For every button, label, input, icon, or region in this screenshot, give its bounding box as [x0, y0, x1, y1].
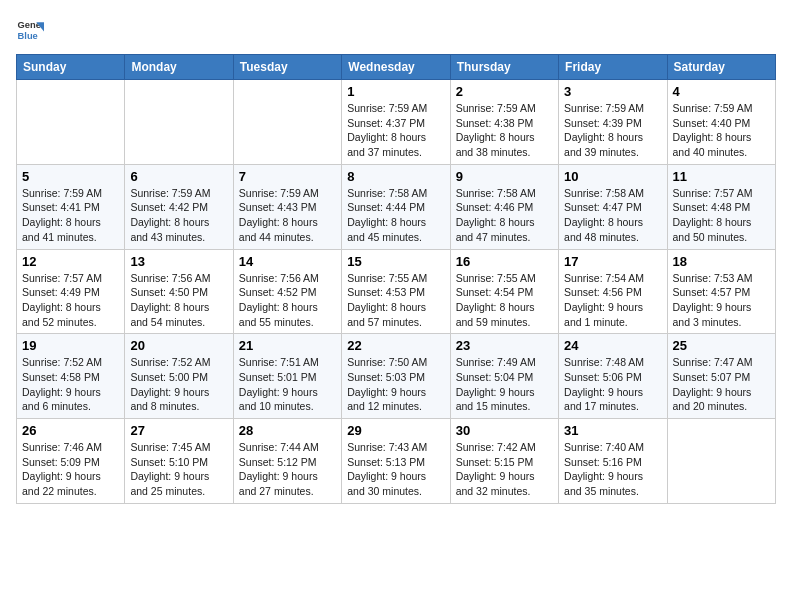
calendar-cell: 7Sunrise: 7:59 AMSunset: 4:43 PMDaylight… [233, 164, 341, 249]
date-number: 15 [347, 254, 444, 269]
weekday-header-sunday: Sunday [17, 55, 125, 80]
date-number: 17 [564, 254, 661, 269]
week-row-5: 26Sunrise: 7:46 AMSunset: 5:09 PMDayligh… [17, 419, 776, 504]
date-number: 14 [239, 254, 336, 269]
cell-content: Sunrise: 7:51 AMSunset: 5:01 PMDaylight:… [239, 355, 336, 414]
cell-content: Sunrise: 7:46 AMSunset: 5:09 PMDaylight:… [22, 440, 119, 499]
week-row-2: 5Sunrise: 7:59 AMSunset: 4:41 PMDaylight… [17, 164, 776, 249]
cell-content: Sunrise: 7:55 AMSunset: 4:53 PMDaylight:… [347, 271, 444, 330]
date-number: 22 [347, 338, 444, 353]
date-number: 12 [22, 254, 119, 269]
logo: General Blue [16, 16, 48, 44]
date-number: 25 [673, 338, 770, 353]
date-number: 27 [130, 423, 227, 438]
weekday-header-saturday: Saturday [667, 55, 775, 80]
date-number: 5 [22, 169, 119, 184]
calendar-cell: 15Sunrise: 7:55 AMSunset: 4:53 PMDayligh… [342, 249, 450, 334]
cell-content: Sunrise: 7:50 AMSunset: 5:03 PMDaylight:… [347, 355, 444, 414]
date-number: 1 [347, 84, 444, 99]
weekday-header-friday: Friday [559, 55, 667, 80]
date-number: 20 [130, 338, 227, 353]
calendar-cell: 13Sunrise: 7:56 AMSunset: 4:50 PMDayligh… [125, 249, 233, 334]
date-number: 28 [239, 423, 336, 438]
date-number: 31 [564, 423, 661, 438]
calendar-cell: 18Sunrise: 7:53 AMSunset: 4:57 PMDayligh… [667, 249, 775, 334]
cell-content: Sunrise: 7:44 AMSunset: 5:12 PMDaylight:… [239, 440, 336, 499]
cell-content: Sunrise: 7:59 AMSunset: 4:37 PMDaylight:… [347, 101, 444, 160]
calendar-table: SundayMondayTuesdayWednesdayThursdayFrid… [16, 54, 776, 504]
date-number: 3 [564, 84, 661, 99]
date-number: 9 [456, 169, 553, 184]
date-number: 26 [22, 423, 119, 438]
calendar-cell: 12Sunrise: 7:57 AMSunset: 4:49 PMDayligh… [17, 249, 125, 334]
calendar-cell: 9Sunrise: 7:58 AMSunset: 4:46 PMDaylight… [450, 164, 558, 249]
cell-content: Sunrise: 7:59 AMSunset: 4:39 PMDaylight:… [564, 101, 661, 160]
calendar-cell: 5Sunrise: 7:59 AMSunset: 4:41 PMDaylight… [17, 164, 125, 249]
date-number: 7 [239, 169, 336, 184]
calendar-cell: 31Sunrise: 7:40 AMSunset: 5:16 PMDayligh… [559, 419, 667, 504]
date-number: 13 [130, 254, 227, 269]
cell-content: Sunrise: 7:42 AMSunset: 5:15 PMDaylight:… [456, 440, 553, 499]
calendar-cell: 27Sunrise: 7:45 AMSunset: 5:10 PMDayligh… [125, 419, 233, 504]
calendar-cell: 16Sunrise: 7:55 AMSunset: 4:54 PMDayligh… [450, 249, 558, 334]
weekday-header-monday: Monday [125, 55, 233, 80]
date-number: 18 [673, 254, 770, 269]
cell-content: Sunrise: 7:47 AMSunset: 5:07 PMDaylight:… [673, 355, 770, 414]
calendar-cell: 4Sunrise: 7:59 AMSunset: 4:40 PMDaylight… [667, 80, 775, 165]
date-number: 2 [456, 84, 553, 99]
weekday-header-wednesday: Wednesday [342, 55, 450, 80]
calendar-cell: 11Sunrise: 7:57 AMSunset: 4:48 PMDayligh… [667, 164, 775, 249]
calendar-cell: 24Sunrise: 7:48 AMSunset: 5:06 PMDayligh… [559, 334, 667, 419]
calendar-cell: 3Sunrise: 7:59 AMSunset: 4:39 PMDaylight… [559, 80, 667, 165]
date-number: 29 [347, 423, 444, 438]
calendar-cell: 1Sunrise: 7:59 AMSunset: 4:37 PMDaylight… [342, 80, 450, 165]
cell-content: Sunrise: 7:57 AMSunset: 4:49 PMDaylight:… [22, 271, 119, 330]
calendar-cell: 26Sunrise: 7:46 AMSunset: 5:09 PMDayligh… [17, 419, 125, 504]
cell-content: Sunrise: 7:59 AMSunset: 4:42 PMDaylight:… [130, 186, 227, 245]
cell-content: Sunrise: 7:59 AMSunset: 4:41 PMDaylight:… [22, 186, 119, 245]
date-number: 8 [347, 169, 444, 184]
cell-content: Sunrise: 7:52 AMSunset: 4:58 PMDaylight:… [22, 355, 119, 414]
calendar-cell: 20Sunrise: 7:52 AMSunset: 5:00 PMDayligh… [125, 334, 233, 419]
cell-content: Sunrise: 7:58 AMSunset: 4:44 PMDaylight:… [347, 186, 444, 245]
calendar-cell: 25Sunrise: 7:47 AMSunset: 5:07 PMDayligh… [667, 334, 775, 419]
cell-content: Sunrise: 7:40 AMSunset: 5:16 PMDaylight:… [564, 440, 661, 499]
cell-content: Sunrise: 7:57 AMSunset: 4:48 PMDaylight:… [673, 186, 770, 245]
calendar-cell: 17Sunrise: 7:54 AMSunset: 4:56 PMDayligh… [559, 249, 667, 334]
date-number: 30 [456, 423, 553, 438]
cell-content: Sunrise: 7:56 AMSunset: 4:52 PMDaylight:… [239, 271, 336, 330]
cell-content: Sunrise: 7:55 AMSunset: 4:54 PMDaylight:… [456, 271, 553, 330]
date-number: 11 [673, 169, 770, 184]
cell-content: Sunrise: 7:56 AMSunset: 4:50 PMDaylight:… [130, 271, 227, 330]
cell-content: Sunrise: 7:52 AMSunset: 5:00 PMDaylight:… [130, 355, 227, 414]
week-row-1: 1Sunrise: 7:59 AMSunset: 4:37 PMDaylight… [17, 80, 776, 165]
date-number: 16 [456, 254, 553, 269]
cell-content: Sunrise: 7:58 AMSunset: 4:46 PMDaylight:… [456, 186, 553, 245]
svg-text:Blue: Blue [18, 31, 38, 41]
weekday-header-thursday: Thursday [450, 55, 558, 80]
calendar-cell: 8Sunrise: 7:58 AMSunset: 4:44 PMDaylight… [342, 164, 450, 249]
date-number: 23 [456, 338, 553, 353]
date-number: 21 [239, 338, 336, 353]
weekday-header-tuesday: Tuesday [233, 55, 341, 80]
date-number: 24 [564, 338, 661, 353]
calendar-cell [125, 80, 233, 165]
calendar-cell: 23Sunrise: 7:49 AMSunset: 5:04 PMDayligh… [450, 334, 558, 419]
calendar-cell [233, 80, 341, 165]
calendar-cell: 21Sunrise: 7:51 AMSunset: 5:01 PMDayligh… [233, 334, 341, 419]
cell-content: Sunrise: 7:58 AMSunset: 4:47 PMDaylight:… [564, 186, 661, 245]
calendar-cell: 2Sunrise: 7:59 AMSunset: 4:38 PMDaylight… [450, 80, 558, 165]
calendar-cell: 28Sunrise: 7:44 AMSunset: 5:12 PMDayligh… [233, 419, 341, 504]
week-row-3: 12Sunrise: 7:57 AMSunset: 4:49 PMDayligh… [17, 249, 776, 334]
date-number: 4 [673, 84, 770, 99]
calendar-cell: 29Sunrise: 7:43 AMSunset: 5:13 PMDayligh… [342, 419, 450, 504]
calendar-cell [17, 80, 125, 165]
date-number: 10 [564, 169, 661, 184]
week-row-4: 19Sunrise: 7:52 AMSunset: 4:58 PMDayligh… [17, 334, 776, 419]
date-number: 19 [22, 338, 119, 353]
cell-content: Sunrise: 7:59 AMSunset: 4:38 PMDaylight:… [456, 101, 553, 160]
calendar-cell: 14Sunrise: 7:56 AMSunset: 4:52 PMDayligh… [233, 249, 341, 334]
cell-content: Sunrise: 7:54 AMSunset: 4:56 PMDaylight:… [564, 271, 661, 330]
calendar-cell: 30Sunrise: 7:42 AMSunset: 5:15 PMDayligh… [450, 419, 558, 504]
cell-content: Sunrise: 7:59 AMSunset: 4:43 PMDaylight:… [239, 186, 336, 245]
